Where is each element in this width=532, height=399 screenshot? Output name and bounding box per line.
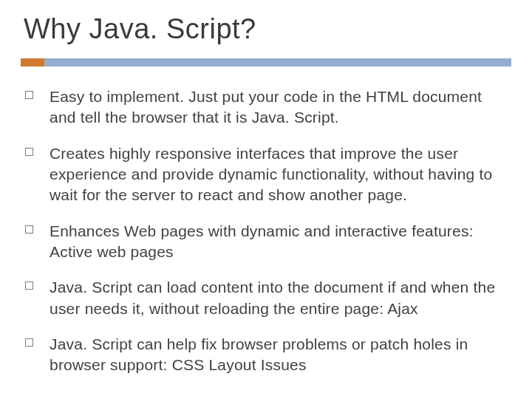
bullet-text: Enhances Web pages with dynamic and inte… bbox=[50, 221, 511, 263]
bullet-text: Java. Script can help fix browser proble… bbox=[50, 334, 511, 376]
square-bullet-icon bbox=[25, 148, 33, 156]
square-bullet-icon bbox=[25, 282, 33, 290]
square-bullet-icon bbox=[25, 338, 33, 347]
title-rule bbox=[21, 55, 511, 69]
bullet-text: Java. Script can load content into the d… bbox=[50, 277, 511, 319]
square-bullet-icon bbox=[25, 225, 33, 233]
rule-accent bbox=[21, 58, 44, 66]
bullet-text: Creates highly responsive interfaces tha… bbox=[50, 143, 511, 206]
list-item: Enhances Web pages with dynamic and inte… bbox=[25, 221, 511, 263]
square-bullet-icon bbox=[25, 91, 33, 99]
list-item: Java. Script can load content into the d… bbox=[25, 277, 511, 319]
bullet-text: Easy to implement. Just put your code in… bbox=[50, 86, 511, 129]
list-item: Creates highly responsive interfaces tha… bbox=[25, 143, 511, 206]
bullet-list: Easy to implement. Just put your code in… bbox=[21, 86, 511, 376]
list-item: Easy to implement. Just put your code in… bbox=[25, 86, 511, 129]
list-item: Java. Script can help fix browser proble… bbox=[25, 334, 511, 376]
slide-title: Why Java. Script? bbox=[24, 13, 511, 45]
rule-main bbox=[44, 58, 511, 66]
slide: Why Java. Script? Easy to implement. Jus… bbox=[0, 0, 532, 399]
